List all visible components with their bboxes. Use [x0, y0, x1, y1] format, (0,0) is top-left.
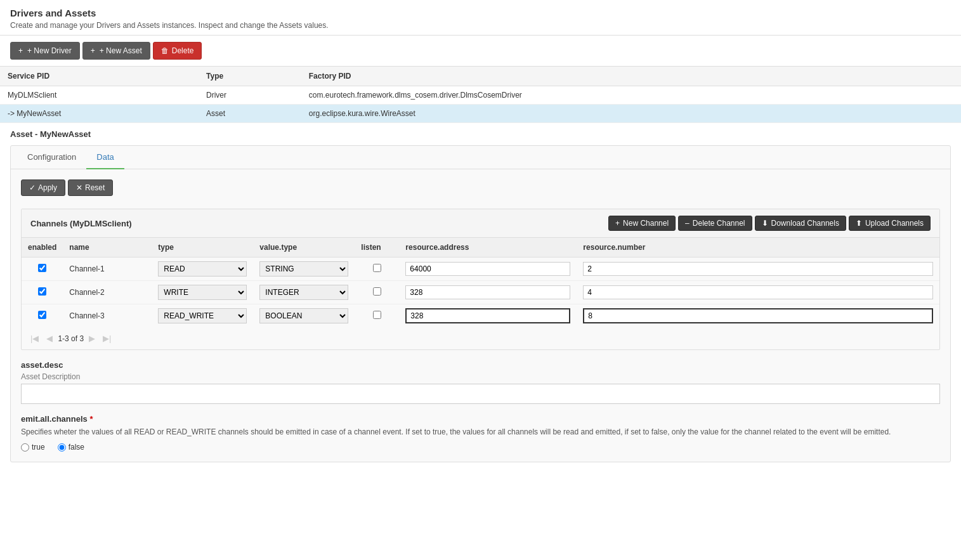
channel-enabled-checkbox[interactable]: [38, 264, 46, 272]
plus-icon: +: [18, 46, 23, 55]
tab-configuration[interactable]: Configuration: [17, 146, 86, 169]
emit-all-channels-radio-group: true false: [21, 443, 940, 452]
channel-listen-cell: [355, 281, 399, 304]
channel-resaddr-cell: [399, 281, 577, 304]
reset-button[interactable]: ✕ Reset: [68, 179, 113, 196]
pag-last-button[interactable]: ▶|: [100, 332, 114, 344]
delete-button[interactable]: 🗑 Delete: [153, 42, 202, 60]
col-factory-pid: Factory PID: [301, 67, 961, 86]
channel-type-cell: READWRITEREAD_WRITE: [152, 281, 253, 304]
channel-enabled-checkbox[interactable]: [38, 287, 46, 296]
channel-resaddr-cell: [399, 304, 577, 328]
channel-valuetype-select[interactable]: STRINGINTEGERBOOLEANDOUBLELONGFLOATBYTE_…: [259, 261, 348, 277]
col-enabled: enabled: [22, 238, 63, 257]
channels-action-buttons: + New Channel – Delete Channel ⬇ Downloa…: [608, 216, 931, 231]
minus-icon-channel: –: [685, 219, 690, 228]
action-buttons: ✓ Apply ✕ Reset: [21, 179, 940, 196]
col-value-type: value.type: [253, 238, 355, 257]
channel-resaddr-input[interactable]: [405, 285, 570, 299]
new-driver-button[interactable]: + + New Driver: [10, 42, 80, 60]
channels-header: Channels (MyDLMSclient) + New Channel – …: [22, 209, 939, 238]
emit-all-channels-label: emit.all.channels *: [21, 414, 940, 424]
channel-valuetype-cell: STRINGINTEGERBOOLEANDOUBLELONGFLOATBYTE_…: [253, 257, 355, 281]
driver-factory-pid: com.eurotech.framework.dlms_cosem.driver…: [301, 86, 961, 105]
driver-service-pid: MyDLMSclient: [0, 86, 199, 105]
radio-true-label[interactable]: true: [21, 443, 45, 452]
col-resource-address: resource.address: [399, 238, 577, 257]
pag-first-button[interactable]: |◀: [28, 332, 41, 344]
new-asset-button[interactable]: + + New Asset: [82, 42, 150, 60]
channel-row: Channel-3 READWRITEREAD_WRITE STRINGINTE…: [22, 304, 939, 328]
channel-listen-checkbox[interactable]: [373, 287, 381, 296]
tabs-header: Configuration Data: [11, 146, 950, 169]
channel-listen-checkbox[interactable]: [373, 311, 381, 319]
channel-enabled-checkbox[interactable]: [38, 311, 46, 319]
required-marker: *: [88, 414, 93, 424]
upload-channels-button[interactable]: ⬆ Upload Channels: [849, 216, 931, 231]
channel-name-cell: Channel-1: [63, 257, 152, 281]
channel-valuetype-select[interactable]: STRINGINTEGERBOOLEANDOUBLELONGFLOATBYTE_…: [259, 308, 348, 323]
download-channels-button[interactable]: ⬇ Download Channels: [755, 216, 846, 231]
channel-valuetype-cell: STRINGINTEGERBOOLEANDOUBLELONGFLOATBYTE_…: [253, 304, 355, 328]
asset-desc-field: asset.desc Asset Description: [21, 360, 940, 404]
emit-all-channels-desc: Specifies wheter the values of all READ …: [21, 426, 940, 438]
tabs-container: Configuration Data ✓ Apply ✕ Reset: [10, 145, 951, 462]
channel-row: Channel-2 READWRITEREAD_WRITE STRINGINTE…: [22, 281, 939, 304]
col-service-pid: Service PID: [0, 67, 199, 86]
new-channel-button[interactable]: + New Channel: [608, 216, 676, 231]
radio-true[interactable]: [21, 443, 29, 452]
driver-row[interactable]: MyDLMSclient Driver com.eurotech.framewo…: [0, 86, 961, 105]
driver-service-pid: -> MyNewAsset: [0, 105, 199, 123]
drivers-table: Service PID Type Factory PID MyDLMSclien…: [0, 66, 961, 123]
channel-resnum-input[interactable]: [583, 262, 933, 276]
driver-factory-pid: org.eclipse.kura.wire.WireAsset: [301, 105, 961, 123]
channels-section: Channels (MyDLMSclient) + New Channel – …: [21, 209, 940, 350]
radio-false-label[interactable]: false: [58, 443, 84, 452]
download-icon: ⬇: [762, 219, 768, 228]
plus-icon-channel: +: [615, 219, 620, 228]
col-name: name: [63, 238, 152, 257]
channel-row: Channel-1 READWRITEREAD_WRITE STRINGINTE…: [22, 257, 939, 281]
plus-icon-asset: +: [91, 46, 95, 55]
times-icon: ✕: [76, 183, 82, 192]
apply-button[interactable]: ✓ Apply: [21, 179, 65, 196]
delete-channel-button[interactable]: – Delete Channel: [678, 216, 752, 231]
pag-next-button[interactable]: ▶: [86, 332, 98, 344]
check-icon: ✓: [29, 183, 36, 192]
tab-data[interactable]: Data: [86, 146, 124, 169]
pag-prev-button[interactable]: ◀: [44, 332, 55, 344]
channel-type-select[interactable]: READWRITEREAD_WRITE: [158, 285, 247, 300]
asset-desc-input[interactable]: [21, 384, 940, 404]
channel-type-select[interactable]: READWRITEREAD_WRITE: [158, 308, 247, 323]
emit-all-channels-field: emit.all.channels * Specifies wheter the…: [21, 414, 940, 452]
channels-table: enabled name type value.type listen reso…: [22, 238, 939, 327]
channel-resnum-input[interactable]: [583, 285, 933, 299]
driver-type: Asset: [199, 105, 301, 123]
channel-listen-cell: [355, 257, 399, 281]
channel-type-cell: READWRITEREAD_WRITE: [152, 304, 253, 328]
col-resource-number: resource.number: [577, 238, 939, 257]
tab-content: ✓ Apply ✕ Reset Channels (MyDLMSclient) …: [11, 169, 950, 462]
pag-info: 1-3 of 3: [58, 334, 84, 343]
page-title: Drivers and Assets: [10, 8, 951, 18]
channel-type-select[interactable]: READWRITEREAD_WRITE: [158, 261, 247, 277]
col-listen: listen: [355, 238, 399, 257]
channels-title: Channels (MyDLMSclient): [30, 219, 132, 228]
driver-row[interactable]: -> MyNewAsset Asset org.eclipse.kura.wir…: [0, 105, 961, 123]
channel-listen-checkbox[interactable]: [373, 264, 381, 272]
channel-resaddr-input[interactable]: [405, 308, 570, 323]
channel-type-cell: READWRITEREAD_WRITE: [152, 257, 253, 281]
asset-section: Asset - MyNewAsset Configuration Data ✓ …: [0, 123, 961, 469]
channel-resnum-input[interactable]: [583, 308, 933, 323]
asset-desc-label: asset.desc: [21, 360, 940, 370]
channel-valuetype-select[interactable]: STRINGINTEGERBOOLEANDOUBLELONGFLOATBYTE_…: [259, 285, 348, 300]
channel-enabled-cell: [22, 304, 63, 328]
channel-resaddr-input[interactable]: [405, 262, 570, 276]
asset-desc-sublabel: Asset Description: [21, 372, 940, 381]
col-type: type: [152, 238, 253, 257]
radio-false[interactable]: [58, 443, 66, 452]
col-type: Type: [199, 67, 301, 86]
channel-name-cell: Channel-3: [63, 304, 152, 328]
channel-valuetype-cell: STRINGINTEGERBOOLEANDOUBLELONGFLOATBYTE_…: [253, 281, 355, 304]
driver-type: Driver: [199, 86, 301, 105]
